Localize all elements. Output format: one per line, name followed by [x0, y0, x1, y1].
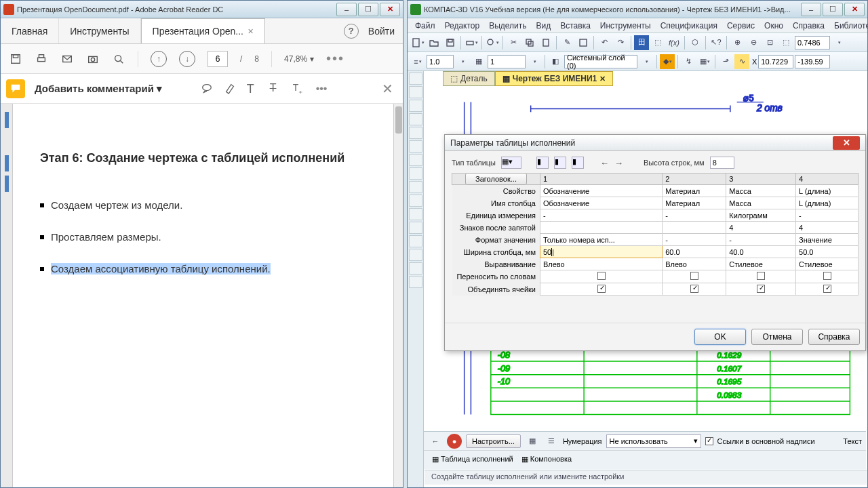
wrap-1-checkbox[interactable]	[597, 272, 606, 280]
close-button[interactable]: ✕	[380, 3, 400, 16]
print-icon[interactable]	[464, 35, 479, 50]
link-icon[interactable]: ⬡	[688, 35, 703, 50]
side-tool[interactable]	[409, 73, 422, 85]
fx-icon[interactable]: f(x)	[667, 35, 682, 50]
maximize-button[interactable]: ☐	[823, 3, 843, 16]
col-add-icon[interactable]: ▮	[554, 157, 566, 169]
scale-field[interactable]: 0.7486	[795, 36, 830, 49]
menu-libs[interactable]: Библиотеки	[831, 21, 868, 30]
add-comment-button[interactable]: Добавить комментарий ▾	[35, 83, 162, 95]
redo-icon[interactable]: ↷	[613, 35, 628, 50]
snap-icon[interactable]: ↯	[681, 54, 696, 69]
menu-edit[interactable]: Редактор	[441, 21, 484, 30]
menu-window[interactable]: Окно	[761, 21, 787, 30]
close-tab-icon[interactable]: ✕	[248, 27, 254, 36]
menu-tools[interactable]: Инструменты	[597, 21, 654, 30]
help-icon[interactable]: ?	[344, 24, 359, 39]
close-comment-bar-icon[interactable]: ✕	[382, 81, 397, 97]
move-right-icon[interactable]: →	[614, 158, 623, 168]
manager-icon[interactable]: ⬚	[650, 35, 665, 50]
scale-dropdown-icon[interactable]	[831, 35, 846, 50]
more-icon[interactable]: •••	[326, 51, 344, 66]
text-callout-icon[interactable]: T₊	[293, 82, 307, 96]
cut-icon[interactable]: ✂	[506, 35, 521, 50]
type-picker-icon[interactable]: ▦▾	[501, 157, 521, 169]
settings-button[interactable]: Настроить...	[466, 434, 521, 448]
stop-icon[interactable]: ●	[447, 434, 462, 449]
camera-icon[interactable]	[86, 52, 100, 66]
bottom-tab-table[interactable]: ▦ Таблица исполнений	[432, 455, 513, 464]
menu-view[interactable]: Вид	[533, 21, 555, 30]
arrow-left-icon[interactable]: ←	[428, 434, 443, 449]
page-number-field[interactable]: 6	[208, 51, 228, 67]
highlight-icon[interactable]	[224, 82, 237, 96]
zoom-in-icon[interactable]: ⊕	[730, 35, 745, 50]
merge-1-checkbox[interactable]	[597, 285, 606, 293]
close-button[interactable]: ✕	[844, 3, 865, 16]
zoom-field[interactable]: 47,8%▾	[284, 54, 314, 64]
menu-help[interactable]: Справка	[789, 21, 828, 30]
scrollbar[interactable]	[393, 104, 403, 487]
print-icon[interactable]	[35, 52, 48, 66]
save-icon[interactable]	[443, 35, 458, 50]
zoom-window-icon[interactable]: ⬚	[778, 35, 793, 50]
row-height-field[interactable]	[710, 157, 734, 169]
help-button[interactable]: Справка	[808, 329, 860, 345]
dialog-close-button[interactable]: ✕	[833, 136, 860, 150]
lineweight-field[interactable]: 1.0	[427, 55, 454, 68]
page-down-icon[interactable]: ↓	[179, 51, 195, 67]
maximize-button[interactable]: ☐	[358, 3, 378, 16]
tab-detail[interactable]: ⬚ Деталь	[443, 71, 495, 86]
table-icon[interactable]: ▦	[525, 434, 540, 449]
search-icon[interactable]	[112, 52, 125, 66]
acrobat-sidebar[interactable]	[1, 104, 13, 487]
bottom-tab-layout[interactable]: ▦ Компоновка	[521, 455, 572, 464]
col-del-icon[interactable]: ▮	[572, 157, 584, 169]
cancel-button[interactable]: Отмена	[751, 329, 803, 345]
col-insert-icon[interactable]: ▮	[536, 157, 549, 169]
open-icon[interactable]	[427, 35, 441, 50]
save-icon[interactable]	[9, 52, 22, 66]
copy-icon[interactable]	[522, 35, 537, 50]
tab-drawing[interactable]: ▦ Чертеж БЕЗ ИМЕНИ1 ✕	[495, 71, 614, 86]
list-icon[interactable]: ☰	[544, 434, 559, 449]
preview-icon[interactable]	[485, 35, 500, 50]
menu-file[interactable]: Файл	[412, 21, 439, 30]
props-icon[interactable]	[576, 35, 591, 50]
variables-icon[interactable]: 田	[634, 35, 649, 50]
links-checkbox[interactable]	[705, 437, 713, 445]
page-up-icon[interactable]: ↑	[151, 51, 167, 67]
sheet-icon[interactable]: ▦	[471, 54, 486, 69]
help-arrow-icon[interactable]: ↖?	[709, 35, 724, 50]
ok-button[interactable]: OK	[694, 329, 746, 345]
minimize-button[interactable]: –	[336, 3, 357, 16]
brush-icon[interactable]: ✎	[559, 35, 574, 50]
tab-tools[interactable]: Инструменты	[59, 18, 140, 43]
numbering-select[interactable]: Не использовать▾	[606, 434, 701, 448]
minimize-button[interactable]: –	[801, 3, 821, 16]
undo-icon[interactable]: ↶	[597, 35, 612, 50]
zoom-out-icon[interactable]: ⊖	[746, 35, 761, 50]
new-icon[interactable]	[410, 35, 425, 50]
move-left-icon[interactable]: ←	[600, 158, 609, 168]
text-icon[interactable]: T	[247, 82, 260, 96]
round-icon[interactable]: ∿	[734, 54, 749, 69]
menu-service[interactable]: Сервис	[724, 21, 758, 30]
menu-select[interactable]: Выделить	[486, 21, 530, 30]
zoom-fit-icon[interactable]: ⊡	[762, 35, 777, 50]
tab-home[interactable]: Главная	[1, 18, 59, 43]
header-button[interactable]: Заголовок...	[465, 173, 527, 185]
sheet-field[interactable]: 1	[488, 55, 526, 68]
lineweight-icon[interactable]: ≡	[410, 54, 425, 69]
layer-icon[interactable]: ◧	[548, 54, 563, 69]
grid-icon[interactable]: ▦	[697, 54, 712, 69]
menu-insert[interactable]: Вставка	[557, 21, 594, 30]
color-icon[interactable]: ◆	[660, 54, 675, 69]
coord-x-field[interactable]: 10.7229	[758, 55, 793, 68]
more-tools-icon[interactable]: •••	[316, 83, 328, 95]
mail-icon[interactable]	[60, 52, 74, 66]
ortho-icon[interactable]: ⬏	[718, 54, 733, 69]
strikethrough-icon[interactable]: T	[270, 82, 283, 96]
coord-y-field[interactable]: -139.59	[795, 55, 830, 68]
tab-document[interactable]: Презентация Open... ✕	[141, 18, 265, 43]
